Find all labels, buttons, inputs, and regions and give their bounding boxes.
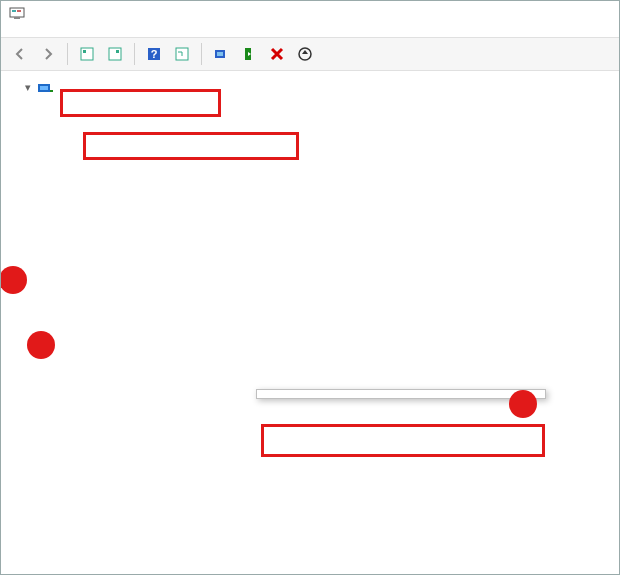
menu-help[interactable]	[77, 29, 85, 33]
svg-rect-1	[12, 10, 16, 12]
expand-icon[interactable]: ▾	[21, 81, 35, 94]
menu-action[interactable]	[33, 29, 41, 33]
forward-button[interactable]	[35, 41, 61, 67]
annotation-badge-1	[1, 266, 27, 294]
svg-rect-0	[10, 8, 24, 17]
device-manager-window: ? ▾	[0, 0, 620, 575]
toolbar-divider	[67, 43, 68, 65]
svg-rect-16	[40, 86, 48, 90]
enable-button[interactable]	[236, 41, 262, 67]
help-button[interactable]: ?	[141, 41, 167, 67]
scan-button[interactable]	[292, 41, 318, 67]
tree-item-network-adapters[interactable]: ▾	[13, 77, 613, 98]
titlebar	[1, 1, 619, 25]
update-driver-button[interactable]	[208, 41, 234, 67]
svg-rect-5	[83, 50, 86, 53]
app-icon	[9, 5, 25, 21]
view-button[interactable]	[102, 41, 128, 67]
refresh-button[interactable]	[169, 41, 195, 67]
annotation-badge-2	[27, 331, 55, 359]
svg-rect-12	[217, 52, 223, 56]
device-tree[interactable]: ▾	[1, 71, 619, 570]
svg-rect-4	[81, 48, 93, 60]
svg-rect-7	[116, 50, 119, 53]
menu-view[interactable]	[55, 29, 63, 33]
toolbar: ?	[1, 37, 619, 71]
toolbar-divider	[134, 43, 135, 65]
svg-rect-6	[109, 48, 121, 60]
svg-rect-17	[50, 90, 53, 92]
back-button[interactable]	[7, 41, 33, 67]
network-adapter-icon	[37, 80, 53, 96]
context-menu[interactable]	[256, 389, 546, 399]
uninstall-button[interactable]	[264, 41, 290, 67]
toolbar-divider	[201, 43, 202, 65]
menubar	[1, 25, 619, 37]
svg-rect-2	[17, 10, 21, 12]
menu-file[interactable]	[11, 29, 19, 33]
show-hidden-button[interactable]	[74, 41, 100, 67]
annotation-box-2	[83, 132, 299, 160]
tree-item-label	[57, 87, 63, 89]
svg-rect-3	[14, 17, 20, 19]
svg-text:?: ?	[151, 48, 158, 60]
